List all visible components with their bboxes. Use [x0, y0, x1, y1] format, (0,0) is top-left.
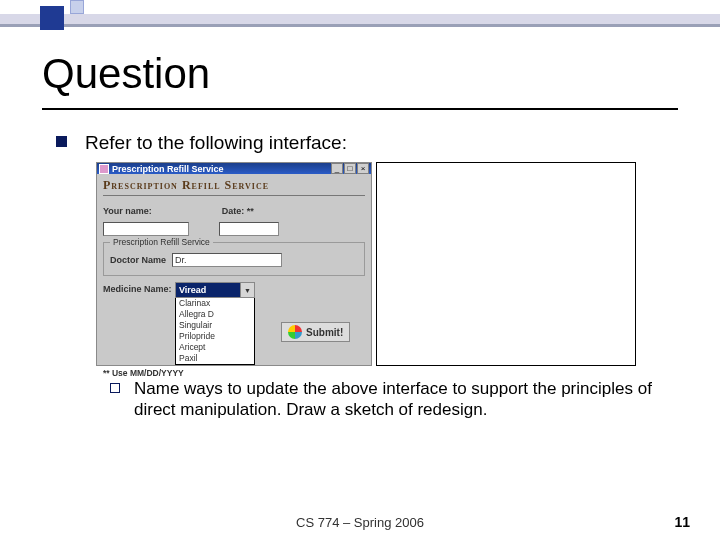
- app-window: Prescription Refill Service _ □ × Prescr…: [96, 162, 372, 366]
- your-name-input[interactable]: [103, 222, 189, 236]
- header-decoration: [0, 0, 720, 30]
- medicine-option[interactable]: Aricept: [176, 342, 254, 353]
- medicine-label: Medicine Name:: [103, 282, 175, 294]
- medicine-row: Medicine Name: Viread ▼ Clarinax Allegra…: [103, 282, 365, 365]
- footer-text: CS 774 – Spring 2006: [0, 515, 720, 530]
- window-icon: [99, 164, 109, 174]
- submit-icon: [288, 325, 302, 339]
- groupbox-legend: Prescription Refill Service: [110, 237, 213, 247]
- medicine-option[interactable]: Prilopride: [176, 331, 254, 342]
- page-number: 11: [674, 514, 690, 530]
- bullet-icon: [56, 136, 67, 147]
- your-name-label: Your name:: [103, 206, 152, 216]
- doctor-row: Doctor Name Dr.: [110, 251, 358, 269]
- medicine-dropdown-list[interactable]: Clarinax Allegra D Singulair Prilopride …: [175, 297, 255, 365]
- decoration-square-large: [40, 6, 64, 30]
- app-heading: Prescription Refill Service: [97, 174, 371, 198]
- date-format-hint: ** Use MM/DD/YYYY: [103, 365, 365, 378]
- sub-bullet-text: Name ways to update the above interface …: [134, 378, 670, 421]
- embedded-interface: Prescription Refill Service _ □ × Prescr…: [96, 162, 636, 366]
- window-title: Prescription Refill Service: [112, 164, 224, 174]
- submit-label: Submit!: [306, 327, 343, 338]
- blank-panel: [376, 162, 636, 366]
- bullet-row: Refer to the following interface:: [56, 132, 347, 154]
- medicine-option[interactable]: Singulair: [176, 320, 254, 331]
- submit-wrap: Submit!: [281, 322, 350, 342]
- titlebar-left: Prescription Refill Service: [99, 164, 224, 174]
- heading-rule: [103, 195, 365, 196]
- bullet-text: Refer to the following interface:: [85, 132, 347, 154]
- close-button[interactable]: ×: [357, 163, 369, 174]
- date-input[interactable]: [219, 222, 279, 236]
- maximize-button[interactable]: □: [344, 163, 356, 174]
- sub-bullet-row: Name ways to update the above interface …: [110, 378, 670, 421]
- chevron-down-icon[interactable]: ▼: [241, 282, 255, 298]
- decoration-square-small: [70, 0, 84, 14]
- sub-bullet-icon: [110, 383, 120, 393]
- window-buttons: _ □ ×: [331, 163, 369, 174]
- medicine-col: Viread ▼ Clarinax Allegra D Singulair Pr…: [175, 282, 255, 365]
- medicine-dropdown[interactable]: Viread ▼: [175, 282, 255, 298]
- decoration-strip-dark: [0, 24, 720, 27]
- refill-groupbox: Prescription Refill Service Doctor Name …: [103, 242, 365, 276]
- doctor-prefix: Dr.: [175, 255, 187, 265]
- date-label: Date: **: [222, 206, 254, 216]
- name-date-row: Your name: Date: **: [103, 202, 365, 220]
- slide: Question Refer to the following interfac…: [0, 0, 720, 540]
- decoration-strip-light: [0, 14, 720, 24]
- slide-title: Question: [42, 50, 210, 98]
- medicine-option[interactable]: Allegra D: [176, 309, 254, 320]
- medicine-option[interactable]: Clarinax: [176, 298, 254, 309]
- title-rule: [42, 108, 678, 110]
- doctor-input[interactable]: Dr.: [172, 253, 282, 267]
- window-titlebar: Prescription Refill Service _ □ ×: [97, 163, 371, 174]
- submit-button[interactable]: Submit!: [281, 322, 350, 342]
- medicine-option[interactable]: Paxil: [176, 353, 254, 364]
- doctor-label: Doctor Name: [110, 255, 172, 265]
- name-date-inputs: [103, 220, 365, 238]
- minimize-button[interactable]: _: [331, 163, 343, 174]
- form-body: Your name: Date: ** Prescription Refill …: [97, 198, 371, 382]
- medicine-selected: Viread: [175, 282, 241, 298]
- app-heading-text: Prescription Refill Service: [103, 178, 269, 192]
